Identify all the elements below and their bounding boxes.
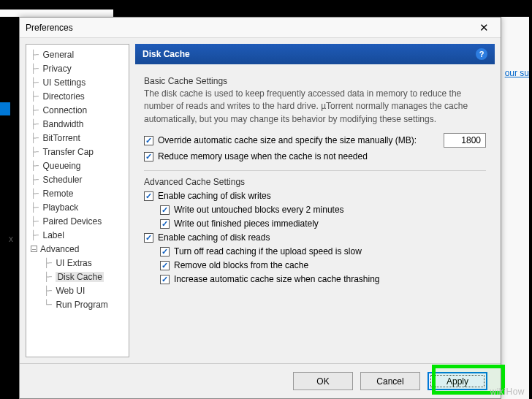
tree-item-advanced[interactable]: –Advanced xyxy=(28,242,127,256)
titlebar: Preferences ✕ xyxy=(20,18,501,38)
close-icon[interactable]: ✕ xyxy=(474,21,495,34)
enable-reads-checkbox[interactable]: ✓ xyxy=(144,233,153,243)
tree-item-bandwidth[interactable]: ├╴Bandwidth xyxy=(28,117,127,131)
enable-writes-checkbox[interactable]: ✓ xyxy=(144,191,153,201)
write-finished-label: Write out finished pieces immediately xyxy=(174,218,319,229)
tree-item-web-ui[interactable]: ├╴Web UI xyxy=(28,284,127,297)
enable-writes-label: Enable caching of disk writes xyxy=(158,191,271,201)
turn-off-label: Turn off read caching if the upload spee… xyxy=(174,246,362,256)
panel-header: Disk Cache ? xyxy=(135,44,495,64)
increase-checkbox[interactable]: ✓ xyxy=(160,275,170,284)
bg-selection xyxy=(0,102,10,115)
bg-tab xyxy=(0,10,113,17)
write-untouched-label: Write out untouched blocks every 2 minut… xyxy=(174,205,344,215)
nav-tree[interactable]: ├╴General ├╴Privacy ├╴UI Settings ├╴Dire… xyxy=(26,44,129,357)
watermark: wikiHow xyxy=(490,387,525,397)
tree-item-directories[interactable]: ├╴Directories xyxy=(28,89,127,103)
tree-item-general[interactable]: ├╴General xyxy=(28,48,127,61)
tree-item-queueing[interactable]: ├╴Queueing xyxy=(28,159,127,172)
apply-button[interactable]: Apply xyxy=(428,372,487,390)
cancel-button[interactable]: Cancel xyxy=(360,372,420,390)
tree-item-privacy[interactable]: ├╴Privacy xyxy=(28,61,127,75)
remove-old-checkbox[interactable]: ✓ xyxy=(160,261,170,270)
divider xyxy=(144,170,486,171)
basic-desc: The disk cache is used to keep frequentl… xyxy=(144,88,486,126)
tree-item-connection[interactable]: ├╴Connection xyxy=(28,103,127,117)
button-bar: OK Cancel Apply xyxy=(20,363,501,398)
bg-close-x[interactable]: x xyxy=(9,234,13,244)
reduce-label: Reduce memory usage when the cache is no… xyxy=(158,151,368,162)
tree-item-remote[interactable]: ├╴Remote xyxy=(28,186,127,200)
dialog-title: Preferences xyxy=(26,23,474,33)
tree-item-transfer-cap[interactable]: ├╴Transfer Cap xyxy=(28,145,127,159)
write-finished-checkbox[interactable]: ✓ xyxy=(160,219,170,229)
bg-link[interactable]: our su xyxy=(505,68,529,78)
tree-item-bittorrent[interactable]: ├╴BitTorrent xyxy=(28,131,127,145)
remove-old-label: Remove old blocks from the cache xyxy=(174,260,308,270)
tree-item-disk-cache[interactable]: ├╴Disk Cache xyxy=(28,270,127,284)
override-checkbox[interactable]: ✓ xyxy=(144,136,153,145)
increase-label: Increase automatic cache size when cache… xyxy=(174,274,380,284)
preferences-dialog: Preferences ✕ ├╴General ├╴Privacy ├╴UI S… xyxy=(19,17,501,399)
collapse-icon[interactable]: – xyxy=(31,246,37,252)
ok-button[interactable]: OK xyxy=(293,372,353,390)
tree-item-paired-devices[interactable]: ├╴Paired Devices xyxy=(28,214,127,228)
tree-item-run-program[interactable]: └╴Run Program xyxy=(28,297,127,311)
reduce-checkbox[interactable]: ✓ xyxy=(144,152,153,162)
help-icon[interactable]: ? xyxy=(476,48,487,60)
adv-title: Advanced Cache Settings xyxy=(144,177,486,187)
cache-size-input[interactable] xyxy=(444,133,486,148)
write-untouched-checkbox[interactable]: ✓ xyxy=(160,205,170,215)
tree-item-scheduler[interactable]: ├╴Scheduler xyxy=(28,172,127,186)
enable-reads-label: Enable caching of disk reads xyxy=(158,232,270,243)
tree-item-ui-extras[interactable]: ├╴UI Extras xyxy=(28,256,127,270)
turn-off-checkbox[interactable]: ✓ xyxy=(160,247,170,256)
panel-title: Disk Cache xyxy=(142,49,190,59)
content-panel: Disk Cache ? Basic Cache Settings The di… xyxy=(135,44,495,357)
tree-item-playback[interactable]: ├╴Playback xyxy=(28,200,127,214)
tree-item-ui-settings[interactable]: ├╴UI Settings xyxy=(28,75,127,89)
override-label: Override automatic cache size and specif… xyxy=(158,135,417,145)
tree-item-label[interactable]: ├╴Label xyxy=(28,228,127,242)
basic-title: Basic Cache Settings xyxy=(144,76,486,86)
